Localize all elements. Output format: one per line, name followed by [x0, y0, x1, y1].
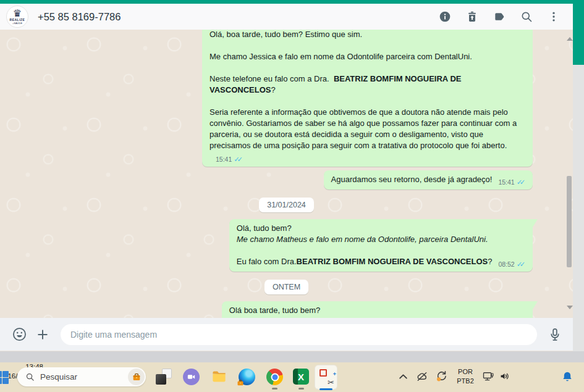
- taskbar-search-box[interactable]: [17, 367, 146, 386]
- chat-header: ♛ REALIZE +SAÚDE +55 85 8169-7786: [0, 4, 573, 30]
- date-divider-pill: ONTEM: [264, 280, 308, 294]
- message-time: 08:52: [498, 261, 514, 268]
- language-line1: POR: [455, 367, 476, 377]
- tray-language-indicator[interactable]: POR PTB2: [455, 367, 476, 386]
- excel-running-indicator: [298, 388, 304, 390]
- background-window-green-strip: [573, 0, 584, 65]
- message-line: Olá, boa tarde, tudo bem? Estimo que sim…: [209, 30, 525, 40]
- outgoing-message-bubble[interactable]: Olá boa tarde, tudo bem?Permanecemos no …: [222, 301, 533, 318]
- message-meta: 15:41✓✓: [498, 177, 525, 188]
- message-line: Me chamo Matheus e falo em nome da Odont…: [237, 234, 525, 245]
- label-icon[interactable]: [493, 10, 506, 23]
- scrollbar-down-arrow[interactable]: [567, 306, 573, 309]
- file-explorer-icon[interactable]: [211, 369, 227, 385]
- message-row: Olá, boa tarde, tudo bem? Estimo que sim…: [202, 30, 533, 167]
- avatar-brand-line2: +SAÚDE: [12, 22, 22, 25]
- clear-chat-icon[interactable]: [465, 10, 479, 23]
- message-line: Me chamo Jessica e falo em nome da Odont…: [209, 51, 525, 62]
- contact-avatar[interactable]: ♛ REALIZE +SAÚDE: [6, 6, 28, 28]
- message-row: Olá boa tarde, tudo bem?Permanecemos no …: [222, 301, 533, 318]
- chrome-browser-icon[interactable]: [266, 369, 283, 385]
- menu-icon[interactable]: [547, 10, 561, 23]
- windows-taskbar: ✂ + POR PTB2 13:48 16/02/2024: [0, 362, 584, 392]
- video-app-icon[interactable]: [183, 369, 200, 385]
- message-row: Olá, tudo bem?Me chamo Matheus e falo em…: [229, 219, 533, 272]
- chrome-running-indicator: [272, 388, 277, 390]
- message-line: [209, 62, 525, 73]
- message-input[interactable]: [61, 324, 537, 345]
- date-divider-pill: 31/01/2024: [259, 198, 314, 212]
- message-line: Eu falo com Dra.BEATRIZ BOMFIM NOGUEIRA …: [237, 256, 525, 267]
- message-line: [209, 40, 525, 51]
- search-icon[interactable]: [520, 10, 533, 23]
- double-check-icon: ✓✓: [232, 154, 242, 165]
- crown-logo-icon: ♛: [13, 9, 22, 18]
- attach-plus-icon[interactable]: [35, 327, 51, 343]
- language-line2: PTB2: [455, 377, 476, 386]
- notification-bell-icon[interactable]: [561, 370, 573, 383]
- date-divider: ONTEM: [264, 280, 308, 294]
- info-icon[interactable]: [438, 10, 452, 23]
- message-meta: 08:52✓✓: [498, 259, 525, 270]
- screenshot-tool-icon[interactable]: ✂ +: [315, 365, 337, 390]
- edge-briefcase-badge: [237, 379, 244, 386]
- emoji-icon[interactable]: [11, 327, 27, 343]
- message-time: 15:41: [498, 178, 514, 186]
- message-meta: 15:41✓✓: [216, 154, 243, 165]
- onedrive-cloud-slash-icon[interactable]: [415, 370, 429, 383]
- taskbar-search-icon: [25, 372, 35, 382]
- message-line: Aguardamos seu retorno, desde já agradeç…: [331, 174, 525, 185]
- double-check-icon: ✓✓: [515, 259, 525, 270]
- start-button-windows-icon[interactable]: [0, 371, 9, 384]
- message-row: Aguardamos seu retorno, desde já agradeç…: [324, 170, 533, 190]
- sync-pending-icon[interactable]: [435, 370, 448, 383]
- snip-plus-icon: +: [333, 371, 336, 377]
- message-line: [237, 245, 525, 256]
- scrollbar-up-arrow[interactable]: [567, 37, 573, 41]
- edge-browser-icon[interactable]: [239, 369, 255, 385]
- message-line: [209, 96, 525, 107]
- double-check-icon: ✓✓: [515, 177, 525, 188]
- taskbar-search-input[interactable]: [40, 372, 108, 382]
- snip-frame-icon: [320, 369, 327, 377]
- message-list: Olá, boa tarde, tudo bem? Estimo que sim…: [0, 30, 573, 318]
- message-line: Neste telefone eu falo com a Dra. BEATRI…: [209, 73, 525, 96]
- outgoing-message-bubble[interactable]: Olá, tudo bem?Me chamo Matheus e falo em…: [229, 219, 533, 272]
- desktop-gap: [0, 351, 584, 362]
- tray-network-display-icon[interactable]: [481, 370, 495, 383]
- message-line: Seria referente a informação que obtivem…: [209, 107, 525, 162]
- message-line: Olá, tudo bem?: [237, 223, 525, 234]
- message-line: Olá boa tarde, tudo bem?: [229, 305, 525, 316]
- background-window-gray-strip: [573, 65, 584, 351]
- date-divider: 31/01/2024: [259, 198, 314, 212]
- excel-icon[interactable]: [293, 369, 310, 385]
- scrollbar-thumb[interactable]: [567, 176, 572, 267]
- contact-phone-number[interactable]: +55 85 8169-7786: [38, 11, 121, 23]
- microphone-icon[interactable]: [547, 327, 563, 343]
- search-highlight-badge[interactable]: [128, 369, 145, 385]
- composer-bar: [0, 318, 573, 351]
- outgoing-message-bubble[interactable]: Aguardamos seu retorno, desde já agradeç…: [324, 170, 533, 190]
- briefcase-icon: [132, 372, 142, 382]
- tray-chevron-up-icon[interactable]: [399, 373, 408, 380]
- screenshot-tool-active-indicator: [320, 388, 332, 390]
- scissors-icon: ✂: [328, 378, 334, 387]
- tray-volume-icon[interactable]: [498, 370, 511, 382]
- message-time: 15:41: [216, 156, 232, 163]
- desktop-preview-app-icon[interactable]: [156, 369, 172, 385]
- outgoing-message-bubble[interactable]: Olá, boa tarde, tudo bem? Estimo que sim…: [202, 30, 533, 167]
